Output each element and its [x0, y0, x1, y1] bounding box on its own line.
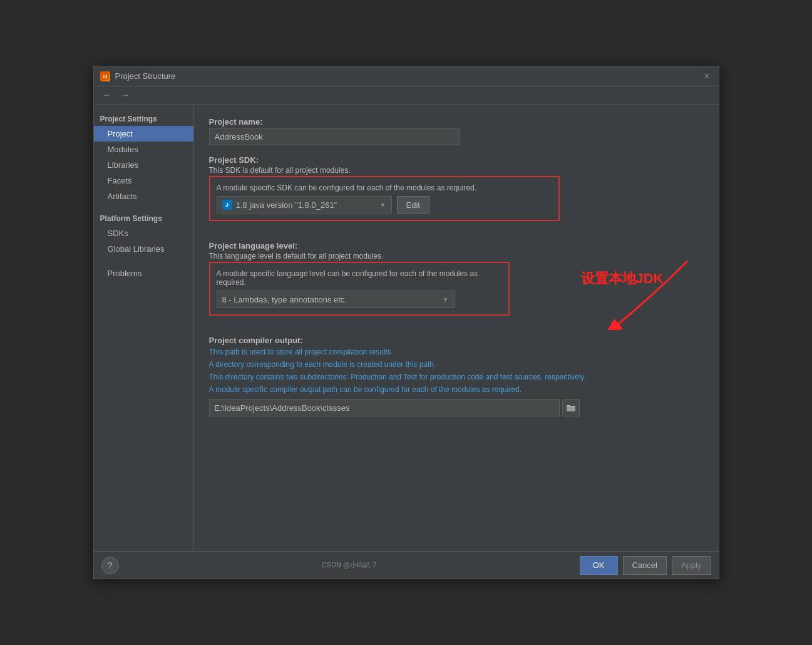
- project-name-input[interactable]: [209, 128, 460, 145]
- sdk-select-inner: J 1.8 java version "1.8.0_261": [222, 200, 337, 210]
- compiler-desc4: A module specific compiler output path c…: [209, 384, 704, 395]
- project-sdk-hint2: A module specific SDK can be configured …: [217, 183, 552, 192]
- apply-button[interactable]: Apply: [672, 556, 711, 575]
- main-content: Project Settings Project Modules Librari…: [94, 105, 719, 551]
- content-panel: Project name: Project SDK: This SDK is d…: [194, 105, 719, 551]
- lang-dropdown[interactable]: 8 - Lambdas, type annotations etc. ▼: [217, 291, 455, 308]
- sdk-row: J 1.8 java version "1.8.0_261" ▼ Edit: [217, 196, 552, 214]
- forward-button[interactable]: →: [119, 89, 133, 101]
- cancel-button[interactable]: Cancel: [623, 556, 667, 575]
- sdk-dropdown-arrow: ▼: [380, 202, 386, 209]
- sidebar-item-artifacts[interactable]: Artifacts: [94, 188, 193, 204]
- compiler-output-label: Project compiler output:: [209, 336, 704, 345]
- sdk-edit-button[interactable]: Edit: [397, 196, 429, 214]
- project-structure-dialog: IJ Project Structure × ← → Project Setti…: [93, 66, 719, 579]
- project-sdk-hint1: This SDK is default for all project modu…: [209, 166, 704, 175]
- sidebar-item-global-libraries[interactable]: Global Libraries: [94, 241, 193, 257]
- project-lang-hint1: This language level is default for all p…: [209, 252, 704, 261]
- sdk-value: 1.8 java version "1.8.0_261": [236, 200, 337, 210]
- lang-dropdown-arrow: ▼: [443, 296, 449, 303]
- project-lang-label: Project language level:: [209, 241, 704, 250]
- ok-button[interactable]: OK: [580, 556, 618, 575]
- java-icon: J: [222, 200, 232, 210]
- nav-bar: ← →: [94, 86, 719, 105]
- project-name-group: Project name:: [209, 117, 704, 145]
- sidebar-item-sdks[interactable]: SDKs: [94, 225, 193, 241]
- bottom-bar: ? CSDN @小码叭 7 OK Cancel Apply: [94, 551, 719, 579]
- compiler-desc2: A directory corresponding to each module…: [209, 359, 704, 370]
- sidebar-item-modules[interactable]: Modules: [94, 142, 193, 157]
- sidebar-item-project[interactable]: Project: [94, 126, 193, 142]
- dialog-title: Project Structure: [115, 71, 176, 81]
- svg-text:IJ: IJ: [103, 74, 107, 80]
- svg-rect-2: [567, 406, 575, 411]
- sdk-box: A module specific SDK can be configured …: [209, 176, 560, 221]
- help-button[interactable]: ?: [101, 557, 119, 574]
- watermark-text: CSDN @小码叭 7: [322, 560, 377, 570]
- back-button[interactable]: ←: [100, 89, 114, 101]
- project-lang-group: Project language level: This language le…: [209, 241, 704, 326]
- sidebar-item-facets[interactable]: Facets: [94, 173, 193, 188]
- compiler-desc3: This directory contains two subdirectori…: [209, 371, 704, 383]
- app-icon: IJ: [100, 71, 110, 81]
- bottom-right-buttons: OK Cancel Apply: [580, 556, 711, 575]
- sidebar-item-problems[interactable]: Problems: [94, 266, 193, 281]
- platform-settings-label: Platform Settings: [94, 210, 193, 225]
- project-sdk-label: Project SDK:: [209, 155, 704, 165]
- title-bar-left: IJ Project Structure: [100, 71, 176, 81]
- lang-value: 8 - Lambdas, type annotations etc.: [222, 295, 347, 304]
- lang-box: A module specific language level can be …: [209, 262, 510, 316]
- project-sdk-group: Project SDK: This SDK is default for all…: [209, 155, 704, 231]
- folder-browse-button[interactable]: [562, 399, 580, 416]
- compiler-output-section: Project compiler output: This path is us…: [209, 336, 704, 416]
- compiler-desc1: This path is used to store all project c…: [209, 346, 704, 358]
- project-settings-label: Project Settings: [94, 111, 193, 126]
- title-bar: IJ Project Structure ×: [94, 66, 719, 86]
- compiler-path-row: [209, 399, 704, 416]
- compiler-path-input[interactable]: [209, 399, 560, 416]
- close-button[interactable]: ×: [701, 70, 712, 83]
- sidebar-item-libraries[interactable]: Libraries: [94, 157, 193, 173]
- sdk-dropdown[interactable]: J 1.8 java version "1.8.0_261" ▼: [217, 196, 392, 214]
- project-name-label: Project name:: [209, 117, 704, 126]
- sidebar: Project Settings Project Modules Librari…: [94, 105, 194, 551]
- project-lang-hint2: A module specific language level can be …: [217, 269, 502, 287]
